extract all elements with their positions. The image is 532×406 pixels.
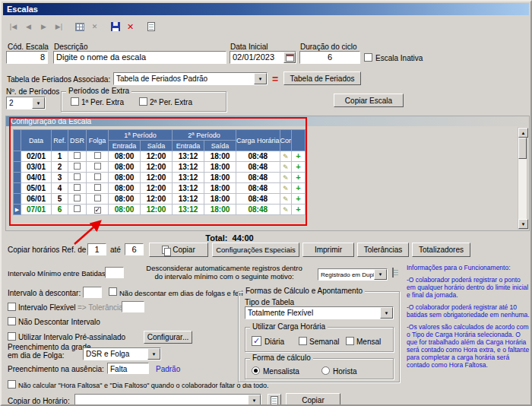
dsr-checkbox[interactable] <box>74 173 81 180</box>
save-button[interactable] <box>108 20 122 33</box>
folga-checkbox[interactable] <box>94 184 101 191</box>
horario-preview-button[interactable] <box>268 394 281 406</box>
cell-cor[interactable]: ✎ <box>280 162 292 173</box>
cell-entrada1[interactable]: 08:00 <box>109 151 141 162</box>
cell-entrada1[interactable]: 08:00 <box>109 183 141 194</box>
cell-entrada1[interactable]: 08:00 <box>109 162 141 173</box>
copiar-horario-select[interactable] <box>74 394 261 406</box>
cell-cor[interactable]: ✎ <box>280 183 292 194</box>
ref-de-field[interactable]: 1 <box>87 243 106 255</box>
tolerancia-field[interactable] <box>122 301 144 312</box>
preview-button[interactable] <box>144 20 158 33</box>
next-record-button[interactable]: ▶ <box>36 20 51 33</box>
copiar-escala-button[interactable]: Copiar Escala <box>334 94 404 107</box>
dsr-cell[interactable] <box>68 151 87 162</box>
cell-saida2[interactable]: 18:00 <box>204 151 236 162</box>
descricao-field[interactable]: Digite o nome da escala <box>53 51 226 64</box>
dsr-cell[interactable] <box>68 183 87 194</box>
per-extra-2-checkbox[interactable] <box>139 97 147 106</box>
preenchimento-grade-select[interactable]: DSR e Folga <box>83 347 161 360</box>
dsr-cell[interactable] <box>68 194 87 205</box>
duracao-ciclo-field[interactable]: 6 <box>299 51 360 64</box>
cell-add[interactable]: + <box>292 151 306 162</box>
cell-cor[interactable]: ✎ <box>280 205 292 215</box>
copiar-ref-button[interactable]: Copiar <box>149 243 208 257</box>
previous-record-button[interactable]: ◀ <box>21 20 36 33</box>
cell-entrada2[interactable]: 13:12 <box>173 205 204 215</box>
folga-checkbox[interactable] <box>94 173 101 180</box>
diaria-checkbox[interactable]: ✓ <box>252 336 261 346</box>
cell-cor[interactable]: ✎ <box>280 173 292 183</box>
semanal-checkbox[interactable] <box>299 337 307 345</box>
cell-add[interactable]: + <box>292 194 306 205</box>
title-bar[interactable]: Escalas <box>3 3 529 15</box>
ref-ate-field[interactable]: 6 <box>125 243 144 255</box>
dsr-checkbox[interactable] <box>74 152 81 159</box>
dsr-cell[interactable] <box>68 173 87 183</box>
cell-saida2[interactable]: 18:00 <box>204 162 236 173</box>
horista-radio[interactable] <box>321 366 330 375</box>
preenchimento-ausencia-field[interactable]: Falta <box>107 363 149 374</box>
cell-saida1[interactable]: 12:00 <box>141 194 173 205</box>
cell-entrada1[interactable]: 08:00 <box>109 194 141 205</box>
mensalista-radio[interactable] <box>252 366 260 375</box>
cell-saida1[interactable]: 12:00 <box>141 205 173 215</box>
calendar-button[interactable] <box>283 52 296 63</box>
folga-checkbox[interactable] <box>94 195 101 201</box>
preenchimento-grade-dropdown-arrow[interactable] <box>147 348 160 360</box>
cod-escala-field[interactable]: 8 <box>6 51 48 64</box>
folga-cell[interactable] <box>87 151 109 162</box>
copiar-horario-button[interactable]: Copiar <box>286 393 340 406</box>
cell-entrada1[interactable]: 08:00 <box>109 173 141 183</box>
intervalo-flexivel-checkbox[interactable] <box>8 303 16 311</box>
last-record-button[interactable]: ▶| <box>52 20 66 33</box>
dsr-checkbox[interactable] <box>74 184 81 191</box>
row-indicator[interactable] <box>14 183 21 194</box>
configurar-button[interactable]: Configurar... <box>144 331 192 344</box>
cell-saida2[interactable]: 18:00 <box>204 183 236 194</box>
num-periodos-dropdown-arrow[interactable] <box>32 97 45 109</box>
tabela-feriados-button[interactable]: Tabela de Feriados <box>283 71 361 85</box>
cell-cor[interactable]: ✎ <box>280 194 292 205</box>
cell-add[interactable]: + <box>292 173 306 183</box>
cell-saida2[interactable]: 18:00 <box>204 173 236 183</box>
row-indicator[interactable] <box>14 173 21 183</box>
dsr-cell[interactable] <box>68 205 87 215</box>
cell-saida2[interactable]: 18:00 <box>204 205 236 215</box>
folga-checkbox[interactable]: ✓ <box>94 207 101 214</box>
cancel-button[interactable]: ✕ <box>123 20 138 33</box>
tipo-tabela-dropdown-arrow[interactable] <box>380 307 393 319</box>
folga-cell[interactable] <box>87 173 109 183</box>
dsr-checkbox[interactable] <box>74 205 81 212</box>
cell-saida2[interactable]: 18:00 <box>204 194 236 205</box>
nao-calcular-checkbox[interactable] <box>8 380 16 389</box>
intervalo-descontar-field[interactable] <box>83 287 102 298</box>
padrao-link[interactable]: Padrão <box>156 365 180 373</box>
scroll-up-button[interactable]: ▲ <box>518 128 528 138</box>
nao-descontar-intervalo-checkbox[interactable] <box>8 317 16 325</box>
row-indicator[interactable] <box>14 194 21 205</box>
dsr-checkbox[interactable] <box>74 195 81 201</box>
cell-cor[interactable]: ✎ <box>280 151 292 162</box>
row-indicator[interactable] <box>14 162 21 173</box>
folga-cell[interactable] <box>87 162 109 173</box>
motivo-dropdown-arrow[interactable] <box>374 269 387 280</box>
folga-checkbox[interactable] <box>94 152 101 159</box>
scroll-down-button[interactable]: ▼ <box>518 219 528 229</box>
delete-record-button[interactable]: ✕ <box>87 20 102 33</box>
cell-add[interactable]: + <box>292 162 306 173</box>
cell-entrada2[interactable]: 13:12 <box>173 151 204 162</box>
configuracoes-especiais-button[interactable]: Configurações Especiais <box>212 243 299 257</box>
cell-saida1[interactable]: 12:00 <box>141 183 173 194</box>
pre-assinalado-checkbox[interactable] <box>8 332 16 341</box>
tabela-feriados-select[interactable]: Tabela de Feriados Padrão <box>113 72 268 85</box>
insert-record-button[interactable] <box>72 20 87 33</box>
tipo-tabela-select[interactable]: Totalmente Flexível <box>245 306 394 319</box>
config-scrollbar[interactable]: ▲ ▼ <box>518 127 527 230</box>
cell-add[interactable]: + <box>292 205 306 215</box>
num-periodos-select[interactable]: 2 <box>6 97 46 109</box>
per-extra-1-checkbox[interactable] <box>71 97 79 106</box>
imprimir-button[interactable]: Imprimir <box>302 243 354 257</box>
folga-cell[interactable] <box>87 194 109 205</box>
cell-add[interactable]: + <box>292 183 306 194</box>
